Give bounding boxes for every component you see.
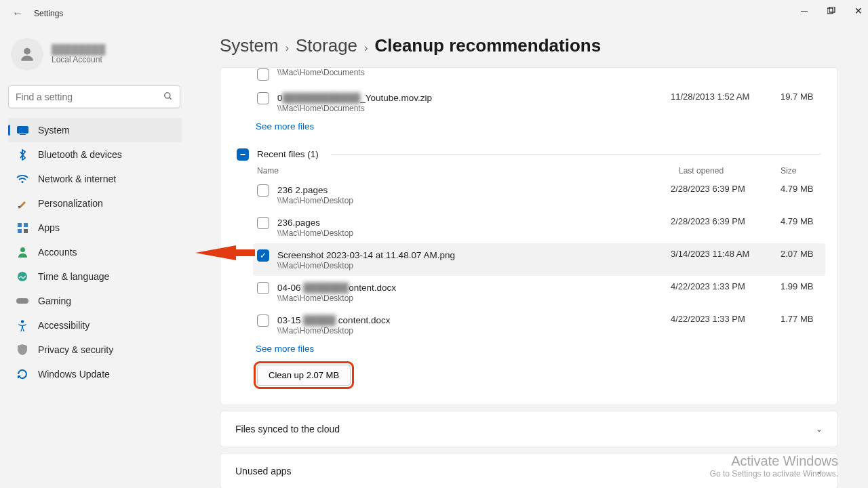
sidebar-item-label: Privacy & security bbox=[38, 344, 113, 355]
search-icon bbox=[163, 92, 173, 103]
file-date: 3/14/2023 11:48 AM bbox=[671, 249, 772, 259]
user-profile[interactable]: ████████ Local Account bbox=[8, 33, 182, 83]
see-more-link[interactable]: See more files bbox=[237, 119, 821, 140]
sidebar-item-label: Personalization bbox=[38, 198, 103, 209]
file-path: \\Mac\Home\Desktop bbox=[277, 261, 663, 270]
see-more-link[interactable]: See more files bbox=[237, 341, 821, 362]
sidebar-item-system[interactable]: System bbox=[8, 118, 182, 142]
svg-rect-5 bbox=[17, 126, 28, 134]
svg-point-14 bbox=[18, 272, 27, 281]
file-row[interactable]: 04-06 ███████ontent.docx \\Mac\Home\Desk… bbox=[257, 276, 821, 308]
svg-point-7 bbox=[22, 181, 24, 183]
file-checkbox[interactable] bbox=[257, 68, 269, 81]
file-checkbox[interactable] bbox=[257, 92, 269, 104]
svg-rect-17 bbox=[241, 154, 245, 155]
file-path: \\Mac\Home\Desktop bbox=[277, 228, 663, 238]
accessibility-icon bbox=[16, 319, 28, 331]
file-checkbox[interactable] bbox=[257, 184, 269, 197]
file-checkbox[interactable] bbox=[257, 282, 269, 294]
file-date: 4/22/2023 1:33 PM bbox=[671, 281, 772, 291]
gamepad-icon bbox=[16, 295, 28, 307]
breadcrumb: System › Storage › Cleanup recommendatio… bbox=[220, 35, 838, 56]
card-title: Unused apps bbox=[235, 466, 292, 476]
svg-rect-1 bbox=[829, 7, 835, 12]
file-row[interactable]: 236.pages \\Mac\Home\Desktop 2/28/2023 6… bbox=[257, 211, 821, 243]
file-row[interactable]: ✓ Screenshot 2023-03-14 at 11.48.07 AM.p… bbox=[253, 243, 825, 276]
svg-rect-15 bbox=[16, 298, 28, 304]
card-title: Files synced to the cloud bbox=[235, 424, 340, 434]
svg-rect-12 bbox=[24, 229, 28, 233]
file-name: 236.pages bbox=[277, 218, 320, 228]
file-checkbox[interactable]: ✓ bbox=[257, 249, 269, 262]
file-name: 236 2.pages bbox=[277, 185, 328, 195]
file-size: 4.79 MB bbox=[781, 216, 821, 226]
svg-point-2 bbox=[24, 48, 31, 55]
update-icon bbox=[16, 368, 28, 380]
annotation-arrow bbox=[195, 241, 255, 264]
cleanup-card: \\Mac\Home\Documents 0████████████_Youtu… bbox=[220, 67, 838, 405]
sidebar-item-update[interactable]: Windows Update bbox=[8, 362, 182, 386]
apps-icon bbox=[16, 222, 28, 234]
sidebar-item-personalization[interactable]: Personalization bbox=[8, 191, 182, 216]
shield-icon bbox=[16, 344, 28, 356]
sidebar-item-label: Network & internet bbox=[38, 174, 116, 184]
svg-line-4 bbox=[170, 97, 172, 99]
minimize-button[interactable]: ─ bbox=[797, 4, 811, 18]
cloud-files-card[interactable]: Files synced to the cloud ⌄ bbox=[220, 411, 838, 447]
sidebar-item-apps[interactable]: Apps bbox=[8, 216, 182, 240]
profile-name: ████████ bbox=[52, 44, 105, 55]
column-date: Last opened bbox=[679, 166, 781, 176]
file-checkbox[interactable] bbox=[257, 217, 269, 229]
file-size: 1.77 MB bbox=[781, 314, 821, 324]
file-date: 2/28/2023 6:39 PM bbox=[671, 216, 772, 226]
system-icon bbox=[16, 124, 28, 136]
svg-rect-6 bbox=[20, 134, 26, 135]
file-checkbox[interactable] bbox=[257, 314, 269, 327]
chevron-down-icon: ⌄ bbox=[816, 424, 823, 434]
file-row[interactable]: \\Mac\Home\Documents bbox=[257, 68, 821, 86]
chevron-right-icon: › bbox=[364, 42, 368, 54]
cleanup-button[interactable]: Clean up 2.07 MB bbox=[257, 365, 351, 386]
back-button[interactable]: ← bbox=[11, 7, 24, 20]
brush-icon bbox=[16, 197, 28, 209]
file-name: Screenshot 2023-03-14 at 11.48.07 AM.png bbox=[277, 250, 455, 260]
activation-watermark: Activate Windows Go to Settings to activ… bbox=[710, 453, 838, 479]
file-row[interactable]: 0████████████_Youtube.mov.zip \\Mac\Home… bbox=[257, 86, 821, 119]
bluetooth-icon bbox=[16, 148, 28, 161]
sidebar-item-label: Windows Update bbox=[38, 369, 110, 380]
person-icon bbox=[16, 246, 28, 258]
file-path: \\Mac\Home\Desktop bbox=[277, 196, 663, 205]
sidebar-item-label: Bluetooth & devices bbox=[38, 149, 122, 160]
sidebar-item-bluetooth[interactable]: Bluetooth & devices bbox=[8, 142, 182, 167]
column-name: Name bbox=[257, 166, 679, 176]
svg-rect-0 bbox=[827, 8, 833, 14]
file-date: 11/28/2013 1:52 AM bbox=[671, 92, 772, 102]
sidebar-item-time[interactable]: Time & language bbox=[8, 264, 182, 289]
group-checkbox[interactable] bbox=[237, 148, 249, 161]
breadcrumb-system[interactable]: System bbox=[220, 35, 279, 56]
chevron-right-icon: › bbox=[285, 42, 289, 54]
sidebar-item-accounts[interactable]: Accounts bbox=[8, 240, 182, 264]
svg-point-13 bbox=[20, 247, 25, 252]
svg-point-16 bbox=[21, 320, 24, 323]
sidebar-item-network[interactable]: Network & internet bbox=[8, 167, 182, 191]
sidebar-item-gaming[interactable]: Gaming bbox=[8, 289, 182, 313]
search-input[interactable] bbox=[8, 85, 180, 108]
sidebar-item-label: Accounts bbox=[38, 247, 77, 258]
sidebar-item-label: System bbox=[38, 125, 70, 136]
file-size: 19.7 MB bbox=[781, 92, 821, 102]
file-size: 1.99 MB bbox=[781, 281, 821, 291]
sidebar-item-privacy[interactable]: Privacy & security bbox=[8, 338, 182, 362]
breadcrumb-storage[interactable]: Storage bbox=[296, 35, 357, 56]
sidebar-item-accessibility[interactable]: Accessibility bbox=[8, 313, 182, 338]
file-path: \\Mac\Home\Documents bbox=[277, 68, 821, 77]
globe-icon bbox=[16, 270, 28, 283]
sidebar-item-label: Gaming bbox=[38, 296, 71, 306]
file-row[interactable]: 236 2.pages \\Mac\Home\Desktop 2/28/2023… bbox=[257, 178, 821, 211]
close-button[interactable]: ✕ bbox=[852, 4, 865, 18]
file-row[interactable]: 03-15 █████ content.docx \\Mac\Home\Desk… bbox=[257, 308, 821, 341]
maximize-button[interactable] bbox=[825, 4, 838, 18]
column-size: Size bbox=[781, 166, 821, 176]
profile-subtitle: Local Account bbox=[52, 55, 105, 64]
file-date: 4/22/2023 1:33 PM bbox=[671, 314, 772, 324]
